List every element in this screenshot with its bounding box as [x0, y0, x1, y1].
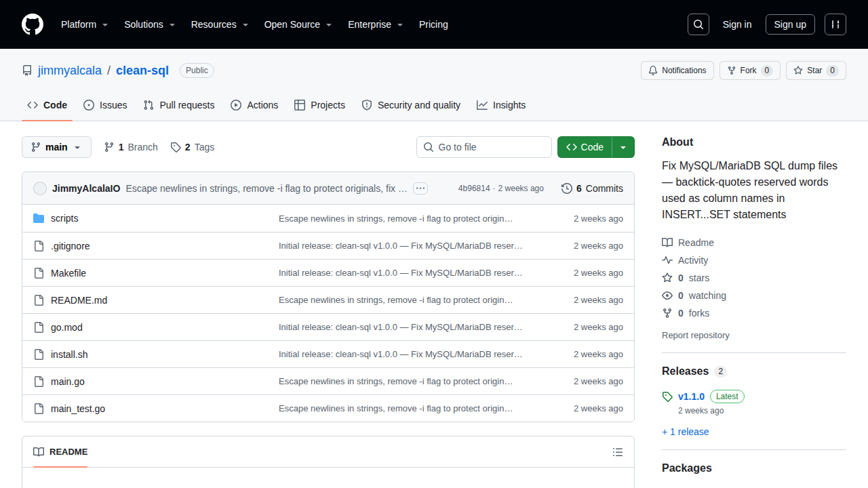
- global-header: Platform Solutions Resources Open Source…: [0, 0, 868, 49]
- file-updated-time: 2 weeks ago: [543, 268, 623, 278]
- repo-owner-link[interactable]: jimmyalcala: [38, 64, 102, 78]
- commit-history-link[interactable]: 6 Commits: [561, 183, 623, 194]
- book-icon: [662, 237, 673, 248]
- stars-link[interactable]: 0stars: [662, 269, 846, 287]
- file-link[interactable]: main.go: [33, 376, 279, 387]
- code-button-main[interactable]: Code: [558, 137, 612, 157]
- tab-actions[interactable]: Actions: [225, 89, 283, 121]
- readme-section: README: [22, 436, 635, 488]
- list-unordered-icon: [612, 447, 623, 458]
- tab-readme[interactable]: README: [28, 436, 93, 467]
- chevron-down-icon: [72, 142, 83, 152]
- release-version: v1.1.0: [678, 391, 705, 402]
- commit-message-link[interactable]: Escape newlines in strings, remove -i fl…: [125, 183, 408, 194]
- tab-security[interactable]: Security and quality: [356, 89, 466, 121]
- chevron-down-icon: [395, 19, 406, 30]
- fork-button[interactable]: Fork0: [719, 61, 781, 80]
- search-icon: [423, 142, 434, 152]
- commit-sha-link[interactable]: 4b96814: [458, 184, 490, 193]
- repo-actions: Notifications Fork0 Star0: [641, 61, 846, 80]
- go-to-file-input[interactable]: [416, 136, 552, 158]
- file-commit-message-link[interactable]: Initial release: clean-sql v1.0.0 — Fix …: [279, 241, 543, 251]
- latest-release-link[interactable]: v1.1.0 Latest 2 weeks ago: [662, 390, 846, 415]
- star-button[interactable]: Star0: [786, 61, 846, 80]
- forks-count: 0: [678, 308, 684, 319]
- chevron-down-icon: [167, 19, 178, 30]
- tab-insights[interactable]: Insights: [471, 89, 531, 121]
- tab-issues[interactable]: Issues: [78, 89, 132, 121]
- notifications-button[interactable]: Notifications: [641, 61, 713, 80]
- file-row: .gitignore Initial release: clean-sql v1…: [22, 232, 634, 259]
- watching-label: watching: [689, 290, 726, 301]
- tab-pull-requests[interactable]: Pull requests: [138, 89, 220, 121]
- tab-projects[interactable]: Projects: [289, 89, 351, 121]
- avatar[interactable]: [33, 182, 47, 195]
- repo-icon: [22, 65, 33, 76]
- watching-link[interactable]: 0watching: [662, 287, 846, 304]
- nav-item-resources[interactable]: Resources: [184, 14, 258, 35]
- star-icon: [662, 272, 673, 283]
- file-link[interactable]: Makefile: [33, 268, 279, 279]
- global-nav: Platform Solutions Resources Open Source…: [54, 14, 455, 35]
- sign-up-button[interactable]: Sign up: [766, 14, 815, 35]
- header-right: Sign in Sign up: [688, 14, 846, 35]
- star-label: Star: [807, 66, 822, 75]
- tab-label: Actions: [247, 100, 278, 110]
- file-row: go.mod Initial release: clean-sql v1.0.0…: [22, 313, 634, 340]
- command-palette-button[interactable]: [825, 14, 846, 35]
- forks-label: forks: [689, 308, 709, 319]
- file-updated-time: 2 weeks ago: [543, 376, 623, 386]
- github-logo[interactable]: [22, 14, 43, 35]
- branches-link[interactable]: 1 Branch: [104, 142, 158, 152]
- nav-item-pricing[interactable]: Pricing: [412, 14, 455, 35]
- commit-message-expand-button[interactable]: [413, 182, 428, 195]
- file-link[interactable]: go.mod: [33, 322, 279, 333]
- file-commit-message-link[interactable]: Escape newlines in strings, remove -i fl…: [279, 376, 543, 386]
- file-icon: [33, 241, 44, 251]
- breadcrumb: jimmyalcala / clean-sql Public: [22, 63, 214, 78]
- file-commit-message-link[interactable]: Initial release: clean-sql v1.0.0 — Fix …: [279, 268, 543, 278]
- tab-code[interactable]: Code: [22, 89, 73, 121]
- nav-item-platform[interactable]: Platform: [54, 14, 117, 35]
- file-commit-message-link[interactable]: Escape newlines in strings, remove -i fl…: [279, 295, 543, 305]
- file-link[interactable]: .gitignore: [33, 241, 279, 251]
- forks-link[interactable]: 0forks: [662, 304, 846, 322]
- releases-header-link[interactable]: Releases 2: [662, 365, 846, 378]
- commit-count: 6: [576, 183, 582, 194]
- report-repository-link[interactable]: Report repository: [662, 330, 846, 340]
- file-commit-message-link[interactable]: Initial release: clean-sql v1.0.0 — Fix …: [279, 322, 543, 332]
- search-button[interactable]: [688, 14, 709, 35]
- repo-name-link[interactable]: clean-sql: [116, 64, 169, 78]
- file-link[interactable]: scripts: [33, 213, 279, 224]
- readme-link[interactable]: Readme: [662, 234, 846, 251]
- readme-outline-button[interactable]: [607, 441, 629, 463]
- releases-count: 2: [714, 366, 727, 378]
- file-link[interactable]: main_test.go: [33, 403, 279, 414]
- activity-link[interactable]: Activity: [662, 251, 846, 269]
- tag-count-label: Tags: [195, 142, 215, 152]
- play-icon: [231, 100, 241, 110]
- file-icon: [33, 376, 44, 387]
- eye-icon: [662, 290, 673, 301]
- more-releases-link[interactable]: + 1 release: [662, 426, 709, 437]
- nav-label: Resources: [191, 19, 237, 30]
- file-commit-message-link[interactable]: Escape newlines in strings, remove -i fl…: [279, 403, 543, 413]
- file-link[interactable]: README.md: [33, 295, 279, 306]
- file-commit-message-link[interactable]: Initial release: clean-sql v1.0.0 — Fix …: [279, 349, 543, 359]
- file-updated-time: 2 weeks ago: [543, 403, 623, 413]
- nav-item-enterprise[interactable]: Enterprise: [341, 14, 412, 35]
- star-icon: [793, 66, 803, 75]
- nav-item-open-source[interactable]: Open Source: [258, 14, 342, 35]
- branch-selector[interactable]: main: [22, 136, 92, 158]
- git-pull-request-icon: [143, 100, 154, 110]
- commit-author-link[interactable]: JimmyAlcalaIO: [52, 183, 120, 194]
- nav-item-solutions[interactable]: Solutions: [117, 14, 184, 35]
- tag-icon: [662, 391, 673, 402]
- folder-icon: [33, 213, 44, 224]
- code-button-dropdown[interactable]: [612, 137, 634, 157]
- file-commit-message-link[interactable]: Escape newlines in strings, remove -i fl…: [279, 214, 543, 224]
- file-name: scripts: [51, 213, 78, 224]
- tags-link[interactable]: 2 Tags: [170, 142, 214, 152]
- sign-in-button[interactable]: Sign in: [719, 15, 756, 34]
- file-link[interactable]: install.sh: [33, 349, 279, 360]
